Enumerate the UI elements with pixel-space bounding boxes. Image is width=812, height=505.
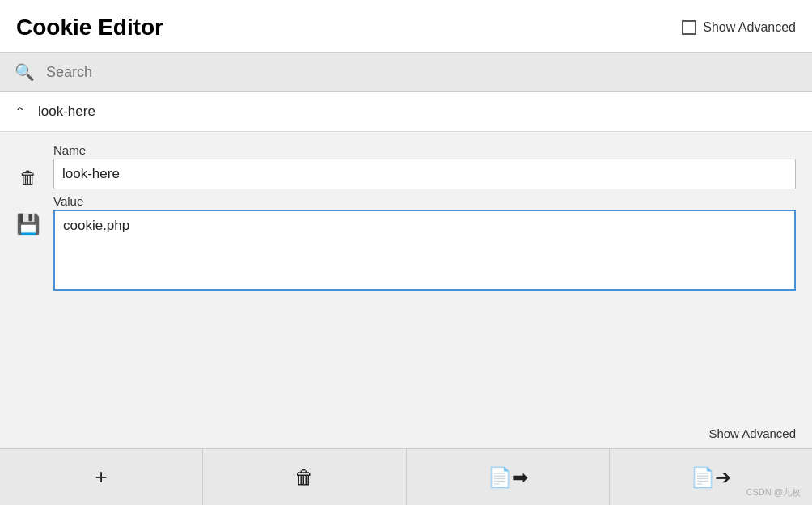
show-advanced-top-text: Show Advanced [703,20,796,35]
editor-fields: Name Value cookie.php [53,143,796,422]
value-field-group: Value cookie.php [53,194,796,422]
value-textarea[interactable]: cookie.php [53,210,796,291]
name-input[interactable] [53,159,796,189]
show-advanced-link-row: Show Advanced [0,422,812,448]
import-icon: 📄➡ [488,466,528,489]
watermark: CSDN @九枚 [746,486,801,499]
delete-all-button[interactable]: 🗑 [203,449,406,505]
name-field-group: Name [53,143,796,189]
save-cookie-icon[interactable]: 💾 [16,213,40,236]
editor-inner: 🗑 💾 Name Value cookie.php [0,132,812,422]
show-advanced-link[interactable]: Show Advanced [708,426,796,440]
search-bar: 🔍 [0,52,812,92]
trash-icon: 🗑 [294,466,314,489]
bottom-toolbar: + 🗑 📄➡ 📄➔ [0,448,812,505]
show-advanced-top-label[interactable]: Show Advanced [682,20,796,35]
name-label: Name [53,143,796,157]
chevron-up-icon: ⌃ [15,104,25,120]
export-icon: 📄➔ [691,466,731,489]
add-icon: + [95,465,108,490]
add-cookie-button[interactable]: + [0,449,203,505]
value-label: Value [53,194,796,208]
search-icon: 🔍 [15,62,35,82]
page-title: Cookie Editor [16,15,163,40]
delete-cookie-icon[interactable]: 🗑 [19,168,37,189]
search-input[interactable] [46,64,797,81]
cookie-item-name: look-here [38,104,95,120]
editor-area: 🗑 💾 Name Value cookie.php Show Advanced [0,132,812,448]
editor-actions: 🗑 💾 [16,143,40,422]
import-button[interactable]: 📄➡ [407,449,610,505]
show-advanced-top-checkbox[interactable] [682,20,696,35]
header: Cookie Editor Show Advanced [0,0,812,52]
cookie-item-row[interactable]: ⌃ look-here [0,92,812,132]
